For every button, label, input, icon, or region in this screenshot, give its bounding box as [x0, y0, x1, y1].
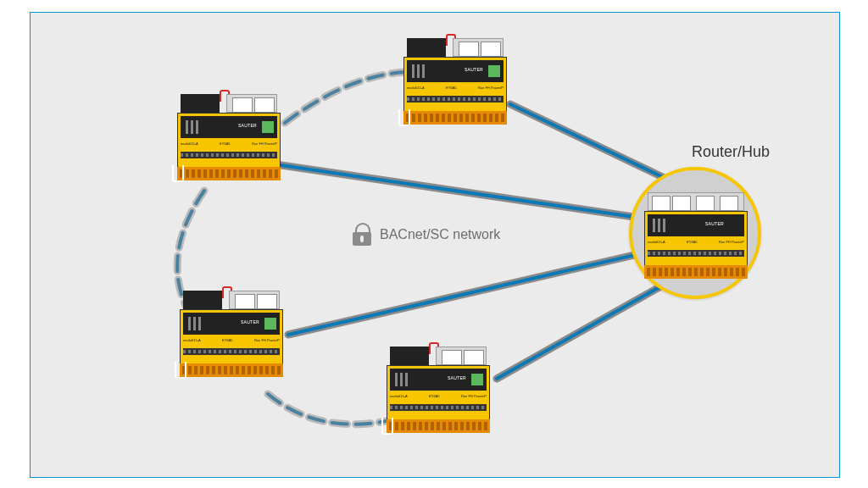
hub-label: Router/Hub: [692, 143, 770, 161]
svg-line-5: [288, 252, 649, 335]
svg-line-1: [270, 164, 651, 219]
svg-line-7: [497, 280, 671, 379]
svg-line-3: [510, 104, 670, 180]
svg-line-4: [288, 252, 649, 335]
controller-node-4: SAUTER modu615-AEY6A5Run FH Power/P: [387, 347, 490, 435]
network-label-text: BACnet/SC network: [380, 227, 500, 242]
network-label: BACnet/SC network: [353, 223, 500, 246]
controller-node-3: SAUTER modu615-AEY6A5Run FH Power/P: [180, 291, 283, 379]
router-hub: SAUTER modu615-AEY6A5Run FH Power/P: [629, 167, 761, 299]
controller-node-2: SAUTER modu615-AEY6A5Run FH Power/P: [403, 38, 507, 126]
svg-line-2: [510, 104, 670, 180]
lock-icon: [353, 223, 371, 246]
controller-node-1: SAUTER modu615-AEY6A5Run FH Power/P: [177, 94, 281, 182]
svg-line-6: [497, 280, 671, 379]
svg-line-0: [270, 164, 651, 219]
diagram-frame: BACnet/SC network Router/Hub SAUTER modu…: [30, 12, 840, 478]
hub-device: SAUTER modu615-AEY6A5Run FH Power/P: [644, 192, 748, 280]
